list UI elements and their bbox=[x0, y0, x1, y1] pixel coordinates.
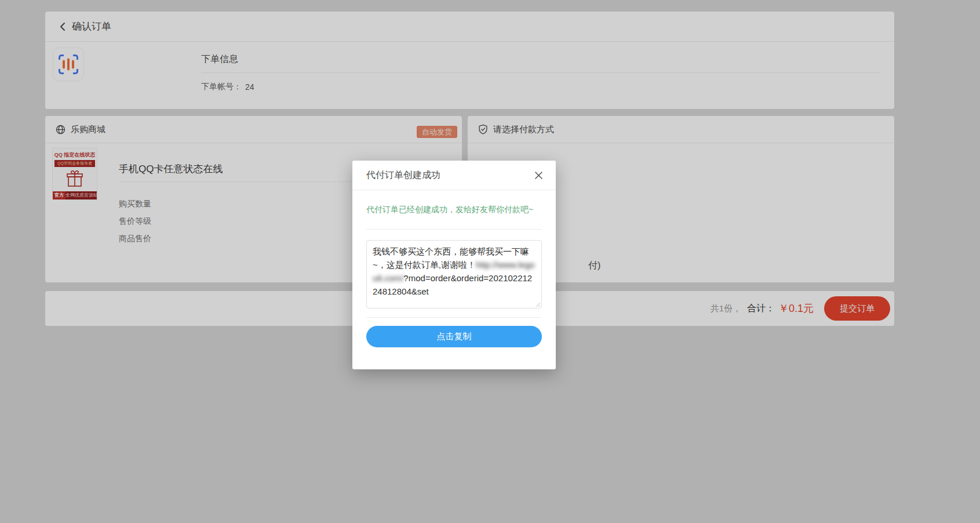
copy-button[interactable]: 点击复制 bbox=[366, 326, 542, 347]
divider bbox=[366, 317, 542, 318]
order-confirm-page: 确认订单 下单信息 下单帐号： 24 乐购商城 自动发货 bbox=[0, 0, 980, 523]
share-text-box[interactable]: 我钱不够买这个东西，能够帮我买一下嘛~，这是付款订单,谢谢啦！http://ww… bbox=[366, 240, 542, 308]
modal-title: 代付订单创建成功 bbox=[366, 169, 440, 181]
resize-grip-icon[interactable] bbox=[535, 302, 541, 307]
pay-for-me-modal: 代付订单创建成功 代付订单已经创建成功，发给好友帮你付款吧~ 我钱不够买这个东西… bbox=[352, 161, 556, 369]
close-icon[interactable] bbox=[532, 169, 545, 182]
divider bbox=[366, 229, 542, 230]
success-message: 代付订单已经创建成功，发给好友帮你付款吧~ bbox=[366, 204, 542, 215]
